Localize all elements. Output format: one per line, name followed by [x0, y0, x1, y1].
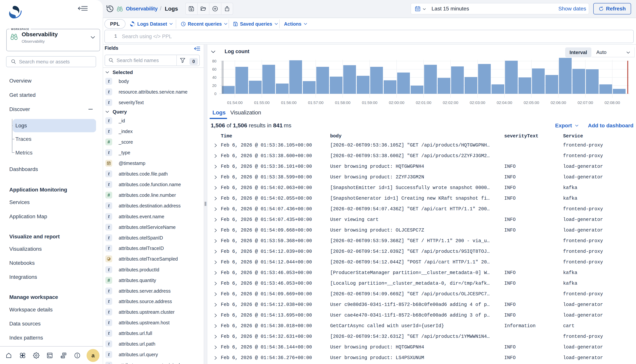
svg-text:02:03:00: 02:03:00 [470, 100, 485, 105]
svg-text:02:01:00: 02:01:00 [416, 100, 431, 105]
svg-text:02:05:00: 02:05:00 [524, 100, 539, 105]
svg-text:02:06:00: 02:06:00 [550, 100, 566, 105]
svg-text:60: 60 [212, 67, 216, 71]
svg-text:0: 0 [214, 92, 216, 96]
svg-text:01:54:00: 01:54:00 [227, 100, 243, 105]
svg-text:02:02:00: 02:02:00 [443, 100, 458, 105]
svg-text:20: 20 [212, 84, 216, 88]
svg-text:02:00:00: 02:00:00 [389, 100, 404, 105]
svg-text:40: 40 [212, 75, 216, 80]
svg-text:01:58:00: 01:58:00 [335, 100, 350, 105]
svg-text:80: 80 [212, 59, 216, 63]
svg-text:02:04:00: 02:04:00 [497, 100, 512, 105]
svg-text:02:07:00: 02:07:00 [577, 100, 593, 105]
svg-text:01:57:00: 01:57:00 [308, 100, 324, 105]
svg-text:01:59:00: 01:59:00 [362, 100, 377, 105]
svg-text:02:08:00: 02:08:00 [604, 100, 620, 105]
svg-text:01:56:00: 01:56:00 [281, 100, 297, 105]
svg-text:01:55:00: 01:55:00 [254, 100, 270, 105]
